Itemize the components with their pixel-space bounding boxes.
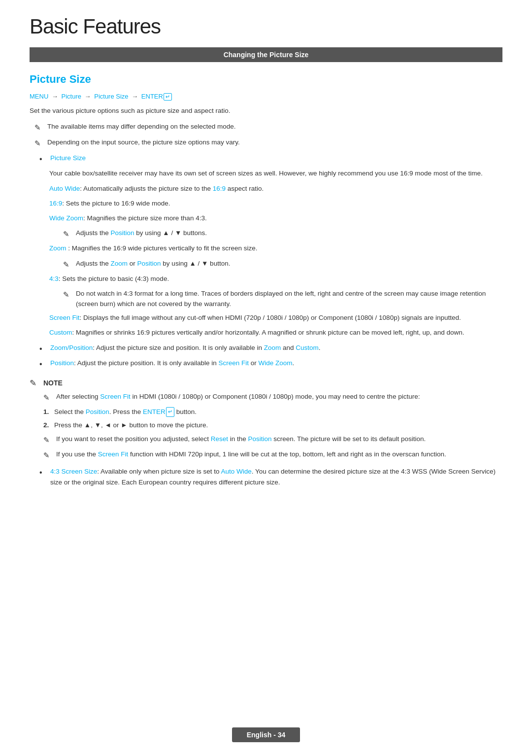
footer-page-number: English - 34 bbox=[232, 727, 300, 742]
auto-wide-item: Auto Wide: Automatically adjusts the pic… bbox=[49, 183, 502, 194]
note-screen-fit-720p: ✎ If you use the Screen Fit function wit… bbox=[43, 449, 502, 461]
screen-fit-item: Screen Fit: Displays the full image with… bbox=[49, 312, 502, 323]
section-header: Changing the Picture Size bbox=[30, 47, 502, 62]
note-header: ✎ NOTE bbox=[30, 378, 502, 388]
four-three-item: 4:3: Sets the picture to basic (4:3) mod… bbox=[49, 274, 502, 284]
sixteen-nine-item: 16:9: Sets the picture to 16:9 wide mode… bbox=[49, 198, 502, 209]
subsection-title: Picture Size bbox=[30, 73, 502, 86]
pencil-icon-4: ✎ bbox=[63, 259, 74, 271]
wide-zoom-note: ✎ Adjusts the Position by using ▲ / ▼ bu… bbox=[63, 228, 502, 240]
menu-item-menu: MENU bbox=[30, 93, 48, 100]
menu-item-picture: Picture bbox=[62, 93, 81, 100]
numbered-item-1: 1. Select the Position. Press the ENTER↵… bbox=[43, 407, 502, 417]
page-title: Basic Features bbox=[30, 15, 502, 38]
bullet-item-position: • Position: Adjust the picture position.… bbox=[39, 358, 502, 371]
pencil-icon-7: ✎ bbox=[43, 434, 54, 446]
menu-item-picture-size: Picture Size bbox=[94, 93, 128, 100]
pencil-icon-8: ✎ bbox=[43, 449, 54, 461]
footer: English - 34 bbox=[0, 727, 532, 742]
pencil-icon-5: ✎ bbox=[63, 289, 74, 301]
pencil-icon-6: ✎ bbox=[43, 392, 54, 404]
bullet-item-four-three-screen-size: • 4:3 Screen Size: Available only when p… bbox=[39, 466, 502, 487]
pencil-icon-1: ✎ bbox=[34, 122, 45, 134]
picture-size-description: Your cable box/satellite receiver may ha… bbox=[49, 168, 502, 338]
pencil-icon-3: ✎ bbox=[63, 228, 74, 240]
note-section: ✎ NOTE ✎ After selecting Screen Fit in H… bbox=[30, 378, 502, 461]
zoom-note: ✎ Adjusts the Zoom or Position by using … bbox=[63, 258, 502, 271]
pencil-icon-note: ✎ bbox=[30, 378, 40, 388]
last-bullet-list: • 4:3 Screen Size: Available only when p… bbox=[39, 466, 502, 487]
picture-size-label: Picture Size bbox=[50, 154, 86, 162]
bullet-list: • Picture Size Your cable box/satellite … bbox=[39, 153, 502, 371]
zoom-item: Zoom : Magnifies the 16:9 wide pictures … bbox=[49, 243, 502, 254]
wide-zoom-item: Wide Zoom: Magnifies the picture size mo… bbox=[49, 213, 502, 224]
four-three-note: ✎ Do not watch in 4:3 format for a long … bbox=[63, 288, 502, 309]
note-label: NOTE bbox=[43, 379, 63, 387]
menu-item-enter: ENTER↵ bbox=[141, 93, 172, 100]
custom-item: Custom: Magnifies or shrinks 16:9 pictur… bbox=[49, 327, 502, 338]
pencil-icon-2: ✎ bbox=[34, 137, 45, 149]
bullet-item-picture-size: • Picture Size bbox=[39, 153, 502, 166]
note-input-source: ✎ Depending on the input source, the pic… bbox=[30, 137, 502, 149]
note-reset-position: ✎ If you want to reset the position you … bbox=[43, 434, 502, 446]
intro-text: Set the various picture options such as … bbox=[30, 105, 502, 116]
bullet-item-zoom-position: • Zoom/Position: Adjust the picture size… bbox=[39, 343, 502, 355]
menu-path: MENU → Picture → Picture Size → ENTER↵ bbox=[30, 93, 502, 101]
note-available-items: ✎ The available items may differ dependi… bbox=[30, 121, 502, 134]
numbered-item-2: 2. Press the ▲, ▼, ◄ or ► button to move… bbox=[43, 420, 502, 431]
note-screen-fit-hdmi: ✎ After selecting Screen Fit in HDMI (10… bbox=[43, 391, 502, 404]
